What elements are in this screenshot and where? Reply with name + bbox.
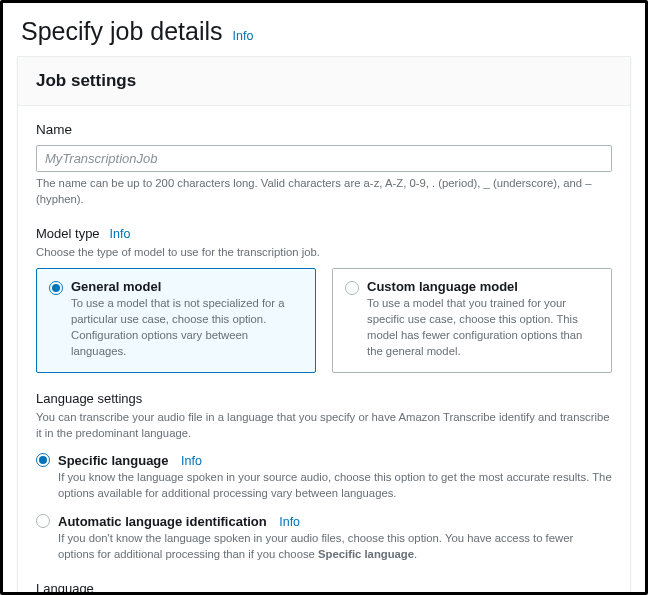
- general-model-title: General model: [71, 279, 303, 294]
- specific-language-title: Specific language: [58, 453, 169, 468]
- page-root: Specify job details Info Job settings Na…: [0, 0, 648, 595]
- auto-desc-suffix: .: [414, 548, 417, 560]
- name-field: Name The name can be up to 200 character…: [36, 122, 612, 208]
- specific-language-desc: If you know the language spoken in your …: [58, 470, 612, 502]
- auto-language-title: Automatic language identification: [58, 514, 267, 529]
- page-header: Specify job details Info: [3, 3, 645, 56]
- panel-header: Job settings: [18, 57, 630, 106]
- header-info-link[interactable]: Info: [233, 29, 254, 43]
- language-settings-section: Language settings You can transcribe you…: [36, 391, 612, 563]
- general-model-desc: To use a model that is not specialized f…: [71, 296, 303, 359]
- lang-settings-hint: You can transcribe your audio file in a …: [36, 410, 612, 442]
- model-type-tiles: General model To use a model that is not…: [36, 268, 612, 372]
- custom-model-desc: To use a model that you trained for your…: [367, 296, 599, 359]
- name-label: Name: [36, 122, 612, 137]
- radio-icon: [36, 453, 50, 467]
- radio-icon: [49, 281, 63, 295]
- radio-icon: [345, 281, 359, 295]
- auto-desc-bold: Specific language: [318, 548, 414, 560]
- model-type-section: Model type Info Choose the type of model…: [36, 226, 612, 373]
- panel-title: Job settings: [36, 71, 612, 91]
- auto-language-radio[interactable]: Automatic language identification Info I…: [36, 512, 612, 563]
- model-type-label: Model type: [36, 226, 100, 241]
- name-hint: The name can be up to 200 characters lon…: [36, 176, 612, 208]
- name-input[interactable]: [36, 145, 612, 172]
- specific-language-radio[interactable]: Specific language Info If you know the l…: [36, 451, 612, 502]
- radio-icon: [36, 514, 50, 528]
- panel-body: Name The name can be up to 200 character…: [18, 106, 630, 595]
- lang-settings-label: Language settings: [36, 391, 612, 406]
- auto-language-info-link[interactable]: Info: [279, 515, 300, 529]
- custom-model-title: Custom language model: [367, 279, 599, 294]
- model-type-custom-tile[interactable]: Custom language model To use a model tha…: [332, 268, 612, 372]
- page-title: Specify job details: [21, 17, 223, 46]
- auto-desc-prefix: If you don't know the language spoken in…: [58, 532, 573, 560]
- model-type-hint: Choose the type of model to use for the …: [36, 245, 612, 261]
- model-type-general-tile[interactable]: General model To use a model that is not…: [36, 268, 316, 372]
- model-type-info-link[interactable]: Info: [110, 227, 131, 241]
- specific-language-info-link[interactable]: Info: [181, 454, 202, 468]
- language-section: Language Choose the language of the inpu…: [36, 581, 612, 595]
- language-label: Language: [36, 581, 612, 595]
- job-settings-panel: Job settings Name The name can be up to …: [17, 56, 631, 595]
- auto-language-desc: If you don't know the language spoken in…: [58, 531, 612, 563]
